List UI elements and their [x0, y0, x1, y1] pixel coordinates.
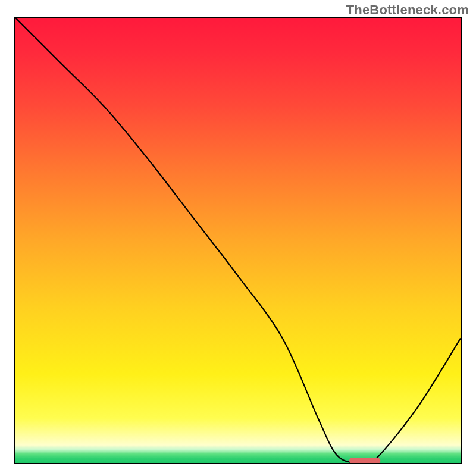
marker-layer: [15, 18, 461, 463]
plot-area: [14, 17, 462, 464]
watermark-text: TheBottleneck.com: [346, 2, 469, 18]
optimal-marker: [349, 458, 380, 463]
chart-container: TheBottleneck.com: [0, 0, 476, 476]
